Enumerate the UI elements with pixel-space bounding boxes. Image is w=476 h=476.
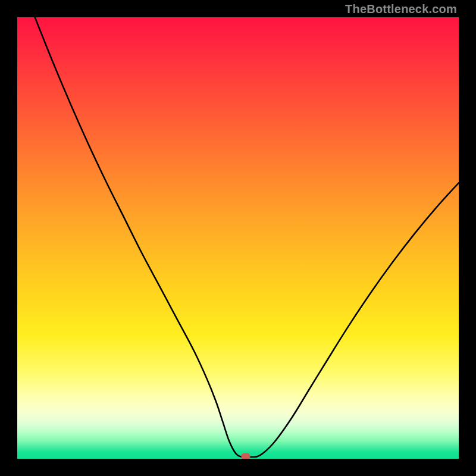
optimal-marker <box>242 453 250 459</box>
curve-svg <box>17 17 459 459</box>
plot-area <box>17 17 459 459</box>
chart-frame: TheBottleneck.com <box>0 0 476 476</box>
watermark-text: TheBottleneck.com <box>345 2 457 16</box>
bottleneck-curve <box>35 17 459 458</box>
